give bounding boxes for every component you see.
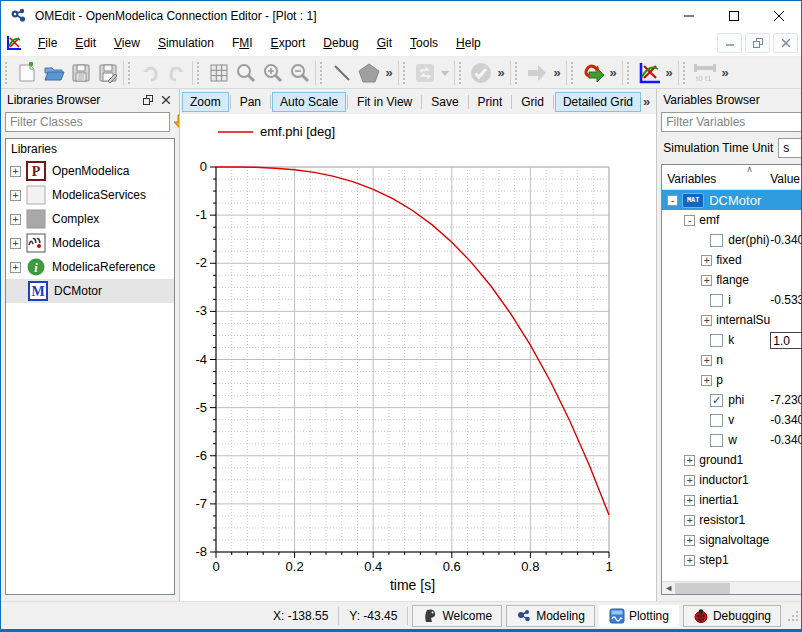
- expander-icon[interactable]: +: [684, 515, 695, 526]
- menu-fmi[interactable]: FMI: [223, 32, 262, 54]
- toolbar-drag-handle[interactable]: [459, 62, 464, 84]
- value-column-header[interactable]: Value: [770, 172, 802, 189]
- variable-row-der-phi-[interactable]: der(phi)-0.3403: [662, 230, 802, 250]
- variable-row-inertia1[interactable]: +inertia1: [662, 490, 802, 510]
- toolbar-drag-handle[interactable]: [320, 62, 325, 84]
- re-simulate-icon[interactable]: [579, 60, 606, 86]
- variable-row-signalvoltage1[interactable]: +signalvoltage1: [662, 530, 802, 550]
- plot-tool-save[interactable]: Save: [423, 92, 466, 112]
- menu-debug[interactable]: Debug: [314, 32, 367, 54]
- open-model-icon[interactable]: [40, 60, 67, 86]
- plot-variable-checkbox[interactable]: ✓: [710, 394, 723, 407]
- menu-simulation[interactable]: Simulation: [149, 32, 223, 54]
- toolbar-drag-handle[interactable]: [571, 62, 576, 84]
- variable-row-resistor1[interactable]: +resistor1: [662, 510, 802, 530]
- polygon-shape-icon[interactable]: [355, 60, 382, 86]
- plot-variable-checkbox[interactable]: [710, 234, 723, 247]
- perspective-plotting-button[interactable]: Plotting: [599, 605, 679, 627]
- variable-row-inductor1[interactable]: +inductor1: [662, 470, 802, 490]
- variable-row-dcmotor[interactable]: -MATDCMotor: [662, 190, 802, 210]
- overflow-icon[interactable]: »: [662, 60, 676, 86]
- mdi-restore-button[interactable]: [745, 33, 770, 53]
- variable-row-emf[interactable]: -emf: [662, 210, 802, 230]
- plot-tool-zoom[interactable]: Zoom: [182, 92, 229, 112]
- expander-icon[interactable]: +: [684, 475, 695, 486]
- library-item-modelicareference[interactable]: +iModelicaReference: [6, 255, 174, 279]
- expander-icon[interactable]: +: [10, 190, 21, 201]
- library-item-modelica[interactable]: +Modelica: [6, 231, 174, 255]
- overflow-icon[interactable]: »: [718, 60, 732, 86]
- menu-edit[interactable]: Edit: [66, 32, 105, 54]
- expander-icon[interactable]: +: [701, 355, 712, 366]
- expander-icon[interactable]: +: [684, 455, 695, 466]
- new-model-icon[interactable]: [13, 60, 40, 86]
- mdi-minimize-button[interactable]: [717, 33, 742, 53]
- expander-icon[interactable]: +: [10, 214, 21, 225]
- variable-value-input[interactable]: 1.0: [770, 332, 802, 349]
- scrollbar-thumb[interactable]: [675, 583, 730, 594]
- plot-variable-checkbox[interactable]: [710, 334, 723, 347]
- plot-toolbar-overflow-icon[interactable]: »: [641, 94, 656, 109]
- variable-row-w[interactable]: w-0.3403: [662, 430, 802, 450]
- variable-row-p[interactable]: +p: [662, 370, 802, 390]
- close-dock-icon[interactable]: [157, 92, 175, 108]
- overflow-icon[interactable]: »: [550, 60, 564, 86]
- plot-variable-checkbox[interactable]: [710, 414, 723, 427]
- library-item-modelicaservices[interactable]: +ModelicaServices: [6, 183, 174, 207]
- toolbar-drag-handle[interactable]: [515, 62, 520, 84]
- perspective-modeling-button[interactable]: Modeling: [506, 605, 595, 627]
- menu-git[interactable]: Git: [368, 32, 401, 54]
- plot-window-icon[interactable]: [635, 60, 662, 86]
- plot-tool-fit-in-view[interactable]: Fit in View: [349, 92, 420, 112]
- plot-variable-checkbox[interactable]: [710, 294, 723, 307]
- variable-row-v[interactable]: v-0.3403: [662, 410, 802, 430]
- zoom-in-icon[interactable]: [259, 60, 286, 86]
- float-dock-icon[interactable]: [139, 92, 157, 108]
- time-unit-select[interactable]: s ▼: [778, 138, 802, 158]
- expander-icon[interactable]: +: [10, 238, 21, 249]
- plot-figure[interactable]: 0-1-2-3-4-5-6-7-800.20.40.60.81time [s]e…: [180, 114, 622, 598]
- expander-icon[interactable]: +: [684, 495, 695, 506]
- zoom-original-icon[interactable]: [232, 60, 259, 86]
- toolbar-drag-handle[interactable]: [5, 62, 10, 84]
- variable-row-internalsupport[interactable]: +internalSupport: [662, 310, 802, 330]
- save-icon[interactable]: [67, 60, 94, 86]
- menu-export[interactable]: Export: [262, 32, 315, 54]
- filter-variables-input[interactable]: [661, 112, 802, 132]
- horizontal-scrollbar[interactable]: ◄ ►: [662, 581, 802, 594]
- expander-icon[interactable]: -: [684, 215, 695, 226]
- variable-row-n[interactable]: +n: [662, 350, 802, 370]
- expander-icon[interactable]: +: [684, 535, 695, 546]
- resize-grip[interactable]: [787, 610, 799, 622]
- close-button[interactable]: [756, 1, 801, 30]
- minimize-button[interactable]: [666, 1, 711, 30]
- menu-file[interactable]: File: [29, 32, 66, 54]
- perspective-welcome-button[interactable]: Welcome: [412, 605, 502, 627]
- plot-tool-grid[interactable]: Grid: [513, 92, 552, 112]
- variable-row-i[interactable]: i-0.53350: [662, 290, 802, 310]
- plot-tool-detailed-grid[interactable]: Detailed Grid: [555, 92, 641, 112]
- expander-icon[interactable]: +: [10, 166, 21, 177]
- plot-variable-checkbox[interactable]: [710, 434, 723, 447]
- expander-icon[interactable]: +: [701, 375, 712, 386]
- plot-canvas[interactable]: 0-1-2-3-4-5-6-7-800.20.40.60.81time [s]e…: [180, 114, 656, 603]
- float-dock-icon[interactable]: [797, 92, 802, 108]
- expander-icon[interactable]: +: [701, 315, 712, 326]
- variable-row-fixed[interactable]: +fixed: [662, 250, 802, 270]
- plot-tool-pan[interactable]: Pan: [232, 92, 269, 112]
- expander-icon[interactable]: +: [701, 275, 712, 286]
- overflow-icon[interactable]: »: [606, 60, 620, 86]
- variables-column-header[interactable]: Variables: [662, 172, 770, 189]
- perspective-debugging-button[interactable]: Debugging: [683, 605, 781, 627]
- grid-icon[interactable]: [205, 60, 232, 86]
- library-item-complex[interactable]: +Complex: [6, 207, 174, 231]
- plot-tool-auto-scale[interactable]: Auto Scale: [272, 92, 346, 112]
- toolbar-drag-handle[interactable]: [128, 62, 133, 84]
- scroll-left-icon[interactable]: ◄: [662, 583, 675, 593]
- toolbar-drag-handle[interactable]: [627, 62, 632, 84]
- toolbar-drag-handle[interactable]: [197, 62, 202, 84]
- menu-view[interactable]: View: [105, 32, 149, 54]
- variable-row-step1[interactable]: +step1: [662, 550, 802, 570]
- library-item-dcmotor[interactable]: MDCMotor: [6, 279, 174, 303]
- expander-icon[interactable]: -: [667, 195, 678, 206]
